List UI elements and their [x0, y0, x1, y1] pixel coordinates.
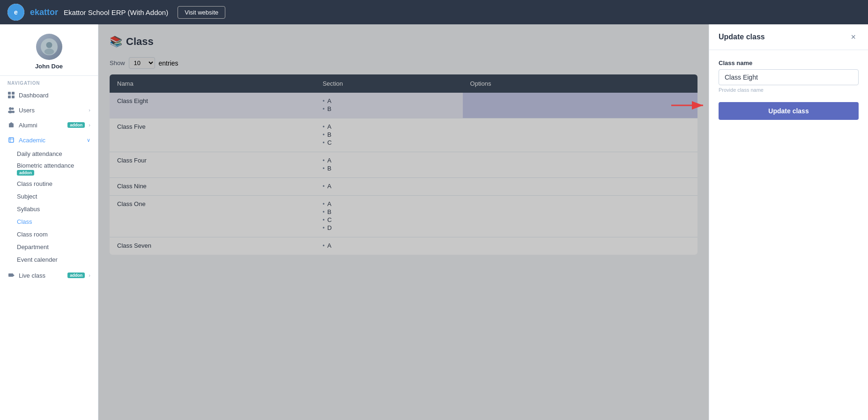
svg-marker-14	[8, 122, 14, 124]
sidebar-item-class-routine[interactable]: Class routine	[0, 177, 98, 190]
cell-section: AB	[315, 93, 463, 118]
sidebar-item-alumni-label: Alumni	[19, 122, 64, 129]
table-row: Class OneABCD	[110, 196, 697, 237]
section-item: A	[323, 183, 455, 190]
sidebar-item-academic[interactable]: Academic ∨	[0, 133, 98, 147]
cell-section: A	[315, 178, 463, 196]
cell-options	[463, 196, 697, 237]
sidebar-item-event-calender-label: Event calender	[17, 256, 58, 263]
alumni-arrow-icon: ›	[89, 122, 90, 128]
section-item: B	[323, 208, 455, 215]
biometric-addon-badge: addon	[17, 170, 34, 176]
page-title: Class	[126, 36, 154, 48]
svg-rect-15	[9, 138, 14, 142]
academic-icon	[7, 136, 15, 144]
cell-section: ABCD	[315, 196, 463, 237]
section-item: D	[323, 224, 455, 231]
users-icon	[7, 106, 15, 114]
section-item: A	[323, 157, 455, 164]
svg-rect-18	[8, 273, 13, 277]
users-arrow-icon: ›	[89, 107, 90, 113]
sidebar-item-dashboard[interactable]: Dashboard	[0, 88, 98, 103]
class-name-group: Class name Provide class name	[719, 59, 859, 93]
section-item: B	[323, 131, 455, 138]
svg-point-4	[44, 49, 54, 55]
panel-header: Update class ×	[709, 24, 868, 50]
navbar-brand-name: ekattor	[30, 7, 58, 17]
navbar-title: Ekattor School ERP (With Addon)	[64, 8, 168, 16]
sidebar-item-live-class[interactable]: Live class addon ›	[0, 268, 98, 283]
table-row: Class NineA	[110, 178, 697, 196]
cell-class-name: Class Eight	[110, 93, 315, 118]
navbar: e ekattor Ekattor School ERP (With Addon…	[0, 0, 868, 24]
svg-marker-19	[13, 274, 15, 277]
sidebar-item-syllabus[interactable]: Syllabus	[0, 203, 98, 215]
table-row: Class SevenA	[110, 237, 697, 255]
col-nama: Nama	[110, 74, 315, 93]
sidebar-item-department[interactable]: Department	[0, 241, 98, 253]
cell-class-name: Class One	[110, 196, 315, 237]
svg-rect-7	[8, 96, 11, 98]
entries-label: entries	[159, 59, 178, 67]
cell-class-name: Class Five	[110, 118, 315, 152]
live-class-arrow-icon: ›	[89, 273, 90, 278]
live-class-icon	[7, 272, 15, 279]
cell-class-name: Class Nine	[110, 178, 315, 196]
section-item: C	[323, 139, 455, 146]
cell-section: A	[315, 237, 463, 255]
show-label: Show	[110, 59, 125, 66]
sidebar-item-class-routine-label: Class routine	[17, 180, 52, 187]
alumni-icon	[7, 121, 15, 129]
svg-rect-13	[9, 124, 14, 127]
sidebar-item-subject[interactable]: Subject	[0, 190, 98, 203]
academic-arrow-icon: ∨	[87, 137, 90, 143]
alumni-addon-badge: addon	[67, 122, 85, 128]
col-options: Options	[463, 74, 697, 93]
class-name-label: Class name	[719, 59, 859, 66]
sidebar: John Doe NAVIGATION Dashboard Users › Al…	[0, 24, 98, 420]
panel-close-button[interactable]: ×	[848, 32, 859, 42]
update-class-button[interactable]: Update class	[719, 102, 859, 120]
sidebar-nav-section: NAVIGATION	[0, 76, 98, 88]
data-table: Nama Section Options Class EightABClass …	[110, 74, 697, 255]
sidebar-item-alumni[interactable]: Alumni addon ›	[0, 118, 98, 133]
live-class-addon-badge: addon	[67, 273, 85, 278]
cell-section: AB	[315, 152, 463, 178]
class-name-hint: Provide class name	[719, 87, 859, 93]
section-item: B	[323, 105, 455, 112]
svg-text:e: e	[14, 8, 18, 16]
sidebar-item-syllabus-label: Syllabus	[17, 206, 40, 213]
avatar	[36, 34, 62, 60]
svg-point-9	[9, 107, 12, 110]
sidebar-item-event-calender[interactable]: Event calender	[0, 253, 98, 266]
section-item: A	[323, 242, 455, 249]
right-panel: Update class × Class name Provide class …	[709, 24, 868, 420]
sidebar-item-class-room-label: Class room	[17, 231, 48, 238]
content-area: 📚 Class Show 10 25 50 100 entries Nama S…	[98, 24, 709, 420]
sidebar-item-biometric-label: Biometric attendance	[17, 162, 90, 169]
navbar-brand: ekattor	[30, 7, 58, 17]
sidebar-item-biometric-attendance[interactable]: Biometric attendance addon	[0, 160, 98, 177]
section-item: C	[323, 216, 455, 223]
table-row: Class FiveABC	[110, 118, 697, 152]
sidebar-item-academic-label: Academic	[19, 137, 83, 144]
panel-title: Update class	[719, 33, 765, 41]
entries-select[interactable]: 10 25 50 100	[129, 57, 155, 69]
sidebar-item-class[interactable]: Class	[0, 215, 98, 228]
cell-class-name: Class Seven	[110, 237, 315, 255]
cell-options	[463, 93, 697, 118]
page-header: 📚 Class	[110, 36, 697, 48]
sidebar-profile: John Doe	[0, 24, 98, 76]
cell-class-name: Class Four	[110, 152, 315, 178]
col-section: Section	[315, 74, 463, 93]
sidebar-item-class-room[interactable]: Class room	[0, 228, 98, 241]
sidebar-item-users[interactable]: Users ›	[0, 103, 98, 118]
sidebar-username: John Doe	[35, 63, 63, 70]
sidebar-item-daily-attendance[interactable]: Daily attendance	[0, 147, 98, 160]
class-name-input[interactable]	[719, 69, 859, 85]
sidebar-item-department-label: Department	[17, 243, 49, 251]
visit-website-button[interactable]: Visit website	[178, 6, 225, 19]
table-row: Class EightAB	[110, 93, 697, 118]
cell-options	[463, 178, 697, 196]
svg-point-10	[12, 108, 14, 110]
